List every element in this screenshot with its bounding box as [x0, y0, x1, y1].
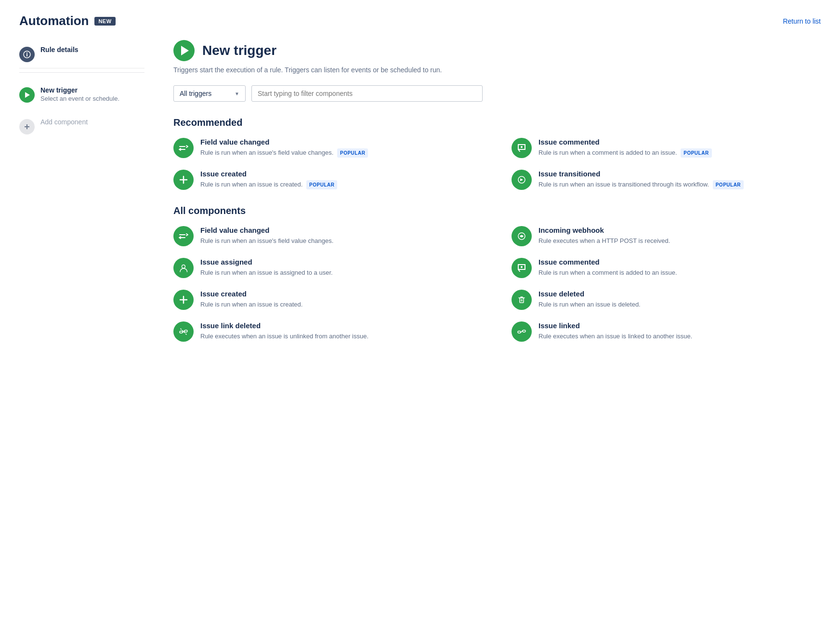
svg-rect-22	[180, 331, 183, 333]
card-issue-link-deleted-title: Issue link deleted	[200, 321, 368, 330]
plus-icon	[173, 170, 194, 190]
card-field-value-changed-all[interactable]: Field value changed Rule is run when an …	[173, 226, 483, 246]
card-incoming-webhook[interactable]: Incoming webhook Rule executes when a HT…	[512, 226, 821, 246]
card-issue-assigned-desc: Rule is run when an issue is assigned to…	[200, 268, 333, 278]
card-field-value-changed-rec-desc: Rule is run when an issue's field value …	[200, 148, 368, 158]
card-issue-transitioned-rec[interactable]: Issue transitioned Rule is run when an i…	[512, 170, 821, 190]
card-issue-link-deleted-body: Issue link deleted Rule executes when an…	[200, 321, 368, 341]
card-issue-link-deleted-desc: Rule executes when an issue is unlinked …	[200, 332, 368, 341]
comment-plus-icon-2	[512, 258, 532, 278]
card-field-value-changed-all-body: Field value changed Rule is run when an …	[200, 226, 333, 246]
sidebar-add-component-title: Add component	[40, 118, 144, 126]
all-components-section-title: All components	[173, 205, 821, 216]
info-icon	[19, 47, 35, 62]
card-issue-created-rec-body: Issue created Rule is run when an issue …	[200, 170, 337, 189]
card-issue-deleted-title: Issue deleted	[538, 290, 641, 298]
card-incoming-webhook-title: Incoming webhook	[538, 226, 670, 234]
content-header: New trigger	[173, 40, 821, 61]
card-issue-linked[interactable]: Issue linked Rule executes when an issue…	[512, 321, 821, 342]
svg-rect-23	[184, 330, 187, 332]
card-field-value-changed-rec-body: Field value changed Rule is run when an …	[200, 138, 368, 158]
card-issue-deleted-body: Issue deleted Rule is run when an issue …	[538, 290, 641, 309]
popular-badge-3: POPULAR	[306, 180, 337, 189]
sidebar-rule-details-title: Rule details	[40, 46, 144, 53]
add-icon	[19, 119, 35, 134]
popular-badge-2: POPULAR	[681, 148, 711, 158]
arrows-icon	[173, 138, 194, 158]
link-icon	[512, 321, 532, 342]
card-issue-commented-all-desc: Rule is run when a comment is added to a…	[538, 268, 677, 278]
svg-rect-2	[26, 53, 27, 53]
card-issue-deleted-desc: Rule is run when an issue is deleted.	[538, 300, 641, 309]
sidebar-divider	[19, 72, 144, 73]
all-components-cards-grid: Field value changed Rule is run when an …	[173, 226, 821, 342]
trigger-play-icon	[19, 87, 35, 103]
card-issue-commented-rec-desc: Rule is run when a comment is added to a…	[538, 148, 712, 158]
card-issue-created-all-desc: Rule is run when an issue is created.	[200, 300, 302, 309]
sidebar-item-add-component[interactable]: Add component	[19, 112, 144, 140]
transition-icon	[512, 170, 532, 190]
content-trigger-icon	[173, 40, 195, 61]
card-issue-created-all[interactable]: Issue created Rule is run when an issue …	[173, 290, 483, 310]
card-issue-linked-desc: Rule executes when an issue is linked to…	[538, 332, 692, 341]
card-issue-assigned-title: Issue assigned	[200, 258, 333, 266]
comment-plus-icon	[512, 138, 532, 158]
card-issue-assigned-body: Issue assigned Rule is run when an issue…	[200, 258, 333, 278]
page-title: Automation	[19, 13, 89, 28]
card-issue-transitioned-rec-title: Issue transitioned	[538, 170, 744, 178]
svg-marker-3	[25, 92, 30, 98]
card-issue-commented-all-title: Issue commented	[538, 258, 677, 266]
trash-icon	[512, 290, 532, 310]
card-incoming-webhook-desc: Rule executes when a HTTP POST is receiv…	[538, 236, 670, 246]
card-field-value-changed-rec[interactable]: Field value changed Rule is run when an …	[173, 138, 483, 158]
component-search-input[interactable]	[251, 85, 483, 102]
svg-rect-17	[520, 298, 524, 303]
content-title: New trigger	[202, 43, 276, 58]
card-issue-transitioned-rec-body: Issue transitioned Rule is run when an i…	[538, 170, 744, 189]
card-issue-created-rec-desc: Rule is run when an issue is created. PO…	[200, 180, 337, 189]
arrows-icon-2	[173, 226, 194, 246]
dropdown-label: All triggers	[180, 90, 211, 97]
plus-icon-2	[173, 290, 194, 310]
card-issue-created-all-body: Issue created Rule is run when an issue …	[200, 290, 302, 309]
card-issue-created-rec[interactable]: Issue created Rule is run when an issue …	[173, 170, 483, 190]
unlink-icon	[173, 321, 194, 342]
card-issue-linked-title: Issue linked	[538, 321, 692, 330]
card-issue-created-rec-title: Issue created	[200, 170, 337, 178]
sidebar-item-rule-details[interactable]: Rule details	[19, 40, 144, 68]
card-issue-commented-all[interactable]: Issue commented Rule is run when a comme…	[512, 258, 821, 278]
popular-badge: POPULAR	[337, 148, 368, 158]
card-issue-link-deleted[interactable]: Issue link deleted Rule executes when an…	[173, 321, 483, 342]
content-description: Triggers start the execution of a rule. …	[173, 66, 821, 74]
filter-row: All triggers ▼	[173, 85, 821, 102]
trigger-filter-dropdown[interactable]: All triggers ▼	[173, 85, 246, 102]
popular-badge-4: POPULAR	[713, 180, 744, 189]
card-issue-transitioned-rec-desc: Rule is run when an issue is transitione…	[538, 180, 744, 189]
recommended-section: Recommended Field value changed Rule	[173, 117, 821, 190]
svg-point-12	[182, 265, 185, 268]
card-issue-commented-all-body: Issue commented Rule is run when a comme…	[538, 258, 677, 278]
svg-rect-26	[523, 330, 525, 332]
card-issue-commented-rec-body: Issue commented Rule is run when a comme…	[538, 138, 712, 158]
chevron-down-icon: ▼	[235, 91, 239, 96]
card-issue-deleted[interactable]: Issue deleted Rule is run when an issue …	[512, 290, 821, 310]
sidebar-new-trigger-content: New trigger Select an event or schedule.	[40, 86, 144, 102]
sidebar-new-trigger-subtitle: Select an event or schedule.	[40, 95, 144, 102]
sidebar-new-trigger-title: New trigger	[40, 86, 144, 94]
user-icon	[173, 258, 194, 278]
sidebar-item-new-trigger[interactable]: New trigger Select an event or schedule.	[19, 80, 144, 108]
return-to-list-link[interactable]: Return to list	[783, 17, 821, 25]
recommended-section-title: Recommended	[173, 117, 821, 128]
card-field-value-changed-all-desc: Rule is run when an issue's field value …	[200, 236, 333, 246]
card-issue-created-all-title: Issue created	[200, 290, 302, 298]
recommended-cards-grid: Field value changed Rule is run when an …	[173, 138, 821, 190]
svg-rect-1	[26, 54, 27, 56]
card-issue-commented-rec[interactable]: Issue commented Rule is run when a comme…	[512, 138, 821, 158]
main-content: New trigger Triggers start the execution…	[154, 40, 821, 357]
sidebar-rule-details-content: Rule details	[40, 46, 144, 53]
card-field-value-changed-all-title: Field value changed	[200, 226, 333, 234]
card-issue-linked-body: Issue linked Rule executes when an issue…	[538, 321, 692, 341]
card-issue-commented-rec-title: Issue commented	[538, 138, 712, 146]
new-badge: NEW	[94, 17, 115, 26]
card-issue-assigned[interactable]: Issue assigned Rule is run when an issue…	[173, 258, 483, 278]
